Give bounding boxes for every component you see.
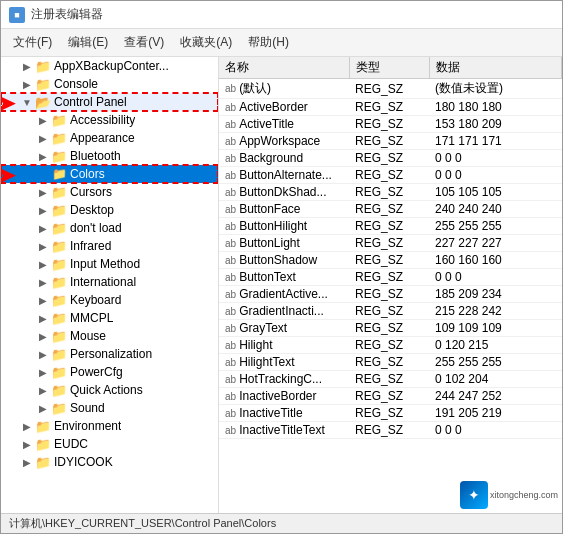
tree-item-cursors[interactable]: ▶ 📁 Cursors (1, 183, 218, 201)
tree-item-console[interactable]: ▶ 📁 Console (1, 75, 218, 93)
table-row[interactable]: abInactiveTitleREG_SZ191 205 219 (219, 405, 562, 422)
registry-values-pane[interactable]: 名称 类型 数据 ab(默认)REG_SZ(数值未设置)abActiveBord… (219, 57, 562, 513)
reg-data-cell: 215 228 242 (429, 303, 562, 320)
tree-item-colors[interactable]: 📁 Colors (1, 165, 218, 183)
tree-item-dontload[interactable]: ▶ 📁 don't load (1, 219, 218, 237)
table-row[interactable]: abButtonDkShad...REG_SZ105 105 105 (219, 184, 562, 201)
table-row[interactable]: abHilightTextREG_SZ255 255 255 (219, 354, 562, 371)
tree-label-appx: AppXBackupConter... (54, 59, 169, 73)
reg-name-cell: abHotTrackingC... (219, 371, 349, 388)
reg-data-cell: 0 0 0 (429, 269, 562, 286)
expand-icon-appx: ▶ (19, 61, 35, 72)
reg-type-cell: REG_SZ (349, 286, 429, 303)
watermark-logo: ✦ (460, 481, 488, 509)
tree-item-inputmethod[interactable]: ▶ 📁 Input Method (1, 255, 218, 273)
table-row[interactable]: abButtonTextREG_SZ0 0 0 (219, 269, 562, 286)
tree-item-sound[interactable]: ▶ 📁 Sound (1, 399, 218, 417)
tree-item-accessibility[interactable]: ▶ 📁 Accessibility (1, 111, 218, 129)
table-row[interactable]: abButtonAlternate...REG_SZ0 0 0 (219, 167, 562, 184)
tree-pane[interactable]: ▶ 📁 AppXBackupConter... ▶ 📁 Console ▼ 📂 … (1, 57, 219, 513)
reg-data-cell: 244 247 252 (429, 388, 562, 405)
reg-name-cell: abButtonHilight (219, 218, 349, 235)
tree-item-desktop[interactable]: ▶ 📁 Desktop (1, 201, 218, 219)
expand-icon-eudc: ▶ (19, 439, 35, 450)
expand-icon-mouse: ▶ (35, 331, 51, 342)
table-row[interactable]: ab(默认)REG_SZ(数值未设置) (219, 79, 562, 99)
reg-type-cell: REG_SZ (349, 235, 429, 252)
tree-item-environment[interactable]: ▶ 📁 Environment (1, 417, 218, 435)
folder-icon-idyicook: 📁 (35, 455, 51, 469)
expand-icon-mmcpl: ▶ (35, 313, 51, 324)
menu-view[interactable]: 查看(V) (116, 31, 172, 54)
tree-item-mouse[interactable]: ▶ 📁 Mouse (1, 327, 218, 345)
reg-name-cell: abAppWorkspace (219, 133, 349, 150)
reg-data-cell: 0 0 0 (429, 422, 562, 439)
reg-name-cell: abButtonText (219, 269, 349, 286)
reg-name-cell: abInactiveBorder (219, 388, 349, 405)
table-row[interactable]: abButtonShadowREG_SZ160 160 160 (219, 252, 562, 269)
table-row[interactable]: abButtonFaceREG_SZ240 240 240 (219, 201, 562, 218)
folder-icon-environment: 📁 (35, 419, 51, 433)
registry-table: 名称 类型 数据 ab(默认)REG_SZ(数值未设置)abActiveBord… (219, 57, 562, 439)
menu-edit[interactable]: 编辑(E) (60, 31, 116, 54)
reg-type-cell: REG_SZ (349, 184, 429, 201)
tree-item-keyboard[interactable]: ▶ 📁 Keyboard (1, 291, 218, 309)
reg-type-cell: REG_SZ (349, 405, 429, 422)
tree-item-appearance[interactable]: ▶ 📁 Appearance (1, 129, 218, 147)
reg-data-cell: (数值未设置) (429, 79, 562, 99)
tree-label-eudc: EUDC (54, 437, 88, 451)
tree-item-personalization[interactable]: ▶ 📁 Personalization (1, 345, 218, 363)
tree-item-quickactions[interactable]: ▶ 📁 Quick Actions (1, 381, 218, 399)
colors-wrapper: 📁 Colors ➤ (1, 165, 218, 183)
table-row[interactable]: abGradientActive...REG_SZ185 209 234 (219, 286, 562, 303)
menu-favorites[interactable]: 收藏夹(A) (172, 31, 240, 54)
folder-icon-international: 📁 (51, 275, 67, 289)
table-row[interactable]: abActiveBorderREG_SZ180 180 180 (219, 99, 562, 116)
expand-icon-powercfg: ▶ (35, 367, 51, 378)
tree-item-controlpanel[interactable]: ▼ 📂 Control Panel (1, 93, 218, 111)
folder-icon-inputmethod: 📁 (51, 257, 67, 271)
expand-icon-quickactions: ▶ (35, 385, 51, 396)
table-row[interactable]: abGrayTextREG_SZ109 109 109 (219, 320, 562, 337)
folder-icon-mmcpl: 📁 (51, 311, 67, 325)
reg-name-cell: abButtonAlternate... (219, 167, 349, 184)
main-content: ▶ 📁 AppXBackupConter... ▶ 📁 Console ▼ 📂 … (1, 57, 562, 513)
table-row[interactable]: abInactiveBorderREG_SZ244 247 252 (219, 388, 562, 405)
table-row[interactable]: abAppWorkspaceREG_SZ171 171 171 (219, 133, 562, 150)
tree-item-infrared[interactable]: ▶ 📁 Infrared (1, 237, 218, 255)
table-row[interactable]: abBackgroundREG_SZ0 0 0 (219, 150, 562, 167)
table-row[interactable]: abActiveTitleREG_SZ153 180 209 (219, 116, 562, 133)
tree-label-console: Console (54, 77, 98, 91)
tree-label-personalization: Personalization (70, 347, 152, 361)
tree-item-eudc[interactable]: ▶ 📁 EUDC (1, 435, 218, 453)
reg-data-cell: 0 120 215 (429, 337, 562, 354)
table-row[interactable]: abHilightREG_SZ0 120 215 (219, 337, 562, 354)
registry-editor-window: ■ 注册表编辑器 文件(F) 编辑(E) 查看(V) 收藏夹(A) 帮助(H) … (0, 0, 563, 534)
reg-name-cell: abButtonFace (219, 201, 349, 218)
folder-icon-dontload: 📁 (51, 221, 67, 235)
table-row[interactable]: abGradientInacti...REG_SZ215 228 242 (219, 303, 562, 320)
tree-item-appx[interactable]: ▶ 📁 AppXBackupConter... (1, 57, 218, 75)
reg-data-cell: 105 105 105 (429, 184, 562, 201)
folder-icon-sound: 📁 (51, 401, 67, 415)
expand-icon-accessibility: ▶ (35, 115, 51, 126)
reg-name-cell: abGrayText (219, 320, 349, 337)
folder-icon-cursors: 📁 (51, 185, 67, 199)
table-row[interactable]: abInactiveTitleTextREG_SZ0 0 0 (219, 422, 562, 439)
tree-item-powercfg[interactable]: ▶ 📁 PowerCfg (1, 363, 218, 381)
tree-label-colors: Colors (70, 167, 105, 181)
tree-item-bluetooth[interactable]: ▶ 📁 Bluetooth (1, 147, 218, 165)
tree-item-idyicook[interactable]: ▶ 📁 IDYICOOK (1, 453, 218, 471)
table-row[interactable]: abButtonHilightREG_SZ255 255 255 (219, 218, 562, 235)
reg-name-cell: ab(默认) (219, 79, 349, 99)
menu-help[interactable]: 帮助(H) (240, 31, 297, 54)
menu-file[interactable]: 文件(F) (5, 31, 60, 54)
tree-label-mouse: Mouse (70, 329, 106, 343)
expand-icon-bluetooth: ▶ (35, 151, 51, 162)
tree-item-mmcpl[interactable]: ▶ 📁 MMCPL (1, 309, 218, 327)
table-row[interactable]: abButtonLightREG_SZ227 227 227 (219, 235, 562, 252)
table-row[interactable]: abHotTrackingC...REG_SZ0 102 204 (219, 371, 562, 388)
reg-name-cell: abInactiveTitle (219, 405, 349, 422)
tree-item-international[interactable]: ▶ 📁 International (1, 273, 218, 291)
reg-type-cell: REG_SZ (349, 303, 429, 320)
